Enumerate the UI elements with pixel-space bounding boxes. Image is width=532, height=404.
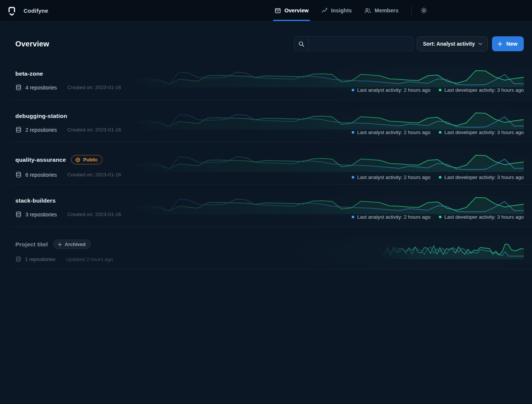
public-badge-label: Public xyxy=(83,157,98,162)
analyst-dot-icon xyxy=(352,176,354,179)
main-content: Overview Sort: Analyst activity xyxy=(0,36,532,269)
project-row-stack-builders[interactable]: stack-builders 3 repositories Created on… xyxy=(11,185,532,227)
developer-activity: Last developer activity: 3 hours ago xyxy=(439,174,524,180)
developer-activity: Last developer activity: 3 hours ago xyxy=(439,214,524,220)
search-input[interactable] xyxy=(309,37,413,51)
people-icon xyxy=(364,7,371,14)
developer-dot-icon xyxy=(439,131,441,134)
analyst-activity-label: Last analyst activity: 2 hours ago xyxy=(357,214,431,220)
public-badge: Public xyxy=(71,155,103,164)
repo-count: 6 repositories xyxy=(25,172,57,178)
app-logo-icon xyxy=(6,5,17,16)
project-list: beta-zone 4 repositories Created on: 202… xyxy=(11,58,532,269)
new-button-label: New xyxy=(506,41,517,47)
analyst-activity-label: Last analyst activity: 2 hours ago xyxy=(357,130,431,135)
repo-count: 3 repositories xyxy=(25,212,57,218)
repo-count: 4 repositories xyxy=(25,85,57,91)
activity-status: Last analyst activity: 2 hours ago Last … xyxy=(352,87,524,93)
repo-count: 2 repositories xyxy=(25,127,57,133)
developer-activity-label: Last developer activity: 3 hours ago xyxy=(444,87,524,93)
analyst-activity: Last analyst activity: 2 hours ago xyxy=(352,130,431,135)
database-icon xyxy=(15,127,22,133)
project-row-quality-assurance[interactable]: quality-assurance Public xyxy=(11,142,532,185)
project-name: debugging-station xyxy=(15,113,67,119)
developer-dot-icon xyxy=(439,176,441,179)
analyst-dot-icon xyxy=(352,89,354,91)
tab-members-label: Members xyxy=(374,7,398,13)
developer-dot-icon xyxy=(439,216,441,218)
project-row-archived[interactable]: Project titel Archived xyxy=(11,227,532,269)
project-row-beta-zone[interactable]: beta-zone 4 repositories Created on: 202… xyxy=(11,58,532,100)
nav-divider xyxy=(411,6,412,15)
archive-box-icon xyxy=(275,7,281,14)
database-icon xyxy=(15,171,22,178)
analyst-activity: Last analyst activity: 2 hours ago xyxy=(352,87,431,93)
developer-activity-label: Last developer activity: 3 hours ago xyxy=(444,174,524,180)
plus-icon xyxy=(497,41,503,47)
brand: Codifyne xyxy=(6,5,48,16)
trend-line-icon xyxy=(321,7,328,14)
project-name: Project titel xyxy=(15,241,48,248)
search-box xyxy=(294,36,413,51)
created-date: Created on: 2023-01-16 xyxy=(67,172,121,177)
gear-icon xyxy=(421,7,427,14)
project-name: stack-builders xyxy=(15,197,56,204)
created-date: Created on: 2023-01-16 xyxy=(67,127,121,133)
developer-activity-label: Last developer activity: 3 hours ago xyxy=(444,214,524,220)
updated-date: Updated 2 hours ago xyxy=(66,256,113,262)
archived-badge-label: Archived xyxy=(65,242,86,247)
top-navigation: Overview Insights Members xyxy=(274,0,431,21)
topbar: Codifyne Overview Insights xyxy=(0,0,532,21)
project-row-debugging-station[interactable]: debugging-station 2 repositories Created… xyxy=(11,100,532,142)
page-title: Overview xyxy=(15,40,49,48)
repo-count: 1 repositories xyxy=(25,256,55,262)
developer-activity: Last developer activity: 3 hours ago xyxy=(439,87,524,93)
tab-overview[interactable]: Overview xyxy=(274,0,309,21)
chevron-down-icon xyxy=(479,43,482,45)
analyst-activity: Last analyst activity: 2 hours ago xyxy=(352,174,431,180)
analyst-activity-label: Last analyst activity: 2 hours ago xyxy=(357,174,431,180)
developer-dot-icon xyxy=(439,89,441,91)
tab-overview-label: Overview xyxy=(284,7,309,13)
database-icon xyxy=(15,84,22,91)
database-icon xyxy=(15,211,22,218)
analyst-dot-icon xyxy=(352,131,354,134)
database-icon xyxy=(15,256,21,262)
analyst-dot-icon xyxy=(352,216,354,218)
activity-status: Last analyst activity: 2 hours ago Last … xyxy=(352,130,524,135)
activity-status: Last analyst activity: 2 hours ago Last … xyxy=(352,214,524,220)
created-date: Created on: 2023-01-16 xyxy=(67,85,121,90)
developer-activity-label: Last developer activity: 3 hours ago xyxy=(444,130,524,135)
analyst-activity: Last analyst activity: 2 hours ago xyxy=(352,214,431,220)
settings-button[interactable] xyxy=(417,5,431,16)
activity-status: Last analyst activity: 2 hours ago Last … xyxy=(352,174,524,180)
brand-name: Codifyne xyxy=(24,7,48,14)
project-name: quality-assurance xyxy=(15,157,66,163)
project-name: beta-zone xyxy=(15,70,43,77)
tab-insights[interactable]: Insights xyxy=(321,0,353,21)
developer-activity: Last developer activity: 3 hours ago xyxy=(439,130,524,135)
toolbar: Overview Sort: Analyst activity xyxy=(15,36,524,51)
globe-icon xyxy=(75,157,80,162)
plus-icon xyxy=(58,242,62,247)
analyst-activity-label: Last analyst activity: 2 hours ago xyxy=(357,87,431,93)
tab-members[interactable]: Members xyxy=(364,0,399,21)
created-date: Created on: 2023-01-16 xyxy=(67,212,121,217)
archived-badge: Archived xyxy=(53,240,91,249)
sort-button-label: Sort: Analyst activity xyxy=(423,41,475,47)
search-icon xyxy=(294,37,309,51)
tab-insights-label: Insights xyxy=(331,7,352,13)
new-button[interactable]: New xyxy=(492,36,524,51)
sort-button[interactable]: Sort: Analyst activity xyxy=(417,36,488,51)
